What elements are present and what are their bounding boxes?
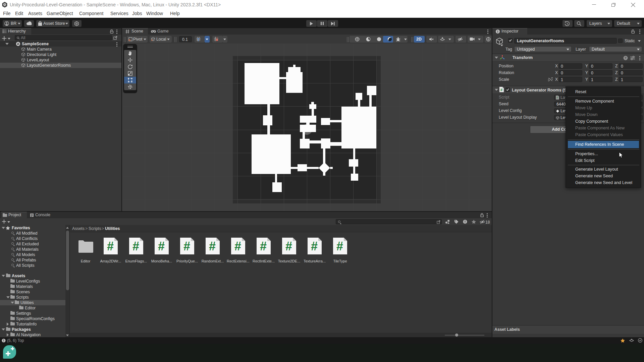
svg-text:?: ? xyxy=(625,56,627,60)
svg-text:#: # xyxy=(556,96,558,99)
svg-text:#: # xyxy=(500,88,502,92)
